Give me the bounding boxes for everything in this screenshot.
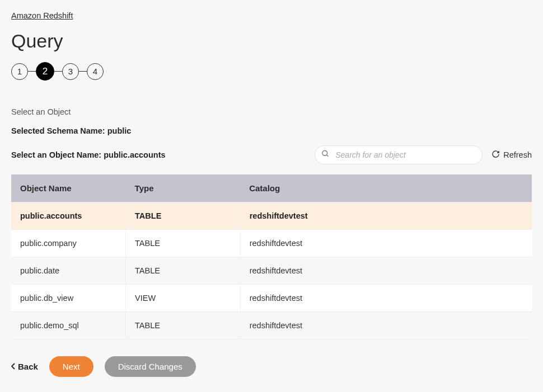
refresh-label: Refresh bbox=[503, 150, 532, 159]
cell-name: public.date bbox=[11, 257, 126, 285]
cell-name: public.accounts bbox=[11, 202, 126, 230]
table-row[interactable]: public.companyTABLEredshiftdevtest bbox=[11, 230, 532, 257]
refresh-button[interactable]: Refresh bbox=[491, 150, 532, 160]
actions-bar: Back Next Discard Changes bbox=[11, 356, 532, 377]
schema-label-prefix: Selected Schema Name: bbox=[11, 126, 107, 135]
step-connector bbox=[79, 71, 87, 72]
step-4[interactable]: 4 bbox=[87, 63, 104, 80]
cell-type: VIEW bbox=[126, 285, 241, 312]
step-2[interactable]: 2 bbox=[36, 62, 54, 81]
cell-name: public.demo_sql bbox=[11, 312, 126, 339]
table-row[interactable]: public.db_viewVIEWredshiftdevtest bbox=[11, 285, 532, 312]
cell-name: public.company bbox=[11, 230, 126, 257]
step-connector bbox=[28, 71, 36, 72]
column-header-type[interactable]: Type bbox=[126, 174, 241, 202]
objects-table-body: public.accountsTABLEredshiftdevtestpubli… bbox=[11, 202, 532, 339]
selected-object-name: public.accounts bbox=[104, 150, 165, 159]
step-3[interactable]: 3 bbox=[62, 63, 79, 80]
cell-name: public.db_view bbox=[11, 285, 126, 312]
cell-type: TABLE bbox=[126, 257, 241, 285]
breadcrumb[interactable]: Amazon Redshift bbox=[11, 11, 532, 20]
column-header-catalog[interactable]: Catalog bbox=[240, 174, 532, 202]
column-header-name[interactable]: Object Name bbox=[11, 174, 126, 202]
search-input[interactable] bbox=[315, 145, 483, 164]
cell-catalog: redshiftdevtest bbox=[240, 285, 532, 312]
chevron-left-icon bbox=[11, 362, 16, 371]
selected-schema-label: Selected Schema Name: public bbox=[11, 126, 532, 135]
page-title: Query bbox=[11, 30, 532, 52]
svg-point-0 bbox=[322, 150, 327, 155]
discard-button[interactable]: Discard Changes bbox=[105, 356, 196, 377]
next-button[interactable]: Next bbox=[49, 356, 93, 377]
step-1[interactable]: 1 bbox=[11, 63, 28, 80]
cell-catalog: redshiftdevtest bbox=[240, 202, 532, 230]
cell-catalog: redshiftdevtest bbox=[240, 230, 532, 257]
cell-type: TABLE bbox=[126, 312, 241, 339]
refresh-icon bbox=[491, 150, 500, 160]
table-row[interactable]: public.dateTABLEredshiftdevtest bbox=[11, 257, 532, 285]
object-label-prefix: Select an Object Name: bbox=[11, 150, 104, 159]
schema-name: public bbox=[107, 126, 132, 135]
table-row[interactable]: public.demo_sqlTABLEredshiftdevtest bbox=[11, 312, 532, 339]
cell-type: TABLE bbox=[126, 230, 241, 257]
cell-catalog: redshiftdevtest bbox=[240, 257, 532, 285]
stepper: 1234 bbox=[11, 62, 532, 81]
cell-catalog: redshiftdevtest bbox=[240, 312, 532, 339]
cell-type: TABLE bbox=[126, 202, 241, 230]
back-label: Back bbox=[18, 362, 38, 371]
selected-object-label: Select an Object Name: public.accounts bbox=[11, 150, 166, 159]
search-icon bbox=[321, 150, 330, 160]
step-connector bbox=[54, 71, 62, 72]
table-row[interactable]: public.accountsTABLEredshiftdevtest bbox=[11, 202, 532, 230]
back-button[interactable]: Back bbox=[11, 362, 38, 371]
search-box bbox=[315, 145, 483, 164]
section-label: Select an Object bbox=[11, 107, 532, 116]
objects-table: Object Name Type Catalog public.accounts… bbox=[11, 174, 532, 339]
svg-line-1 bbox=[327, 155, 329, 157]
